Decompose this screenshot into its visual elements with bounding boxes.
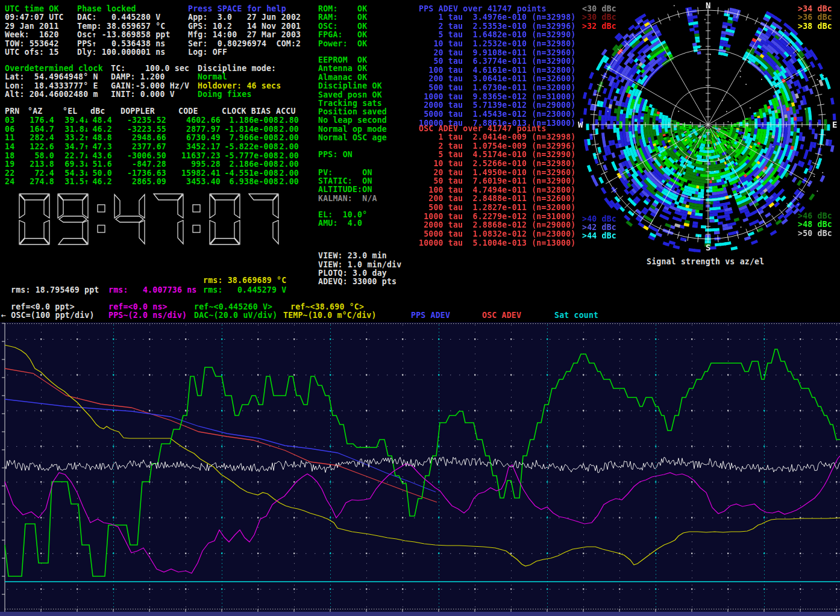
dbc-legend-gt34: >34 dBc — [798, 5, 832, 13]
pps-adev-table-row: 2 tau 2.5353e-010 (n=32996) — [419, 22, 575, 31]
sat-col-header: ACCU — [276, 107, 296, 116]
sat-row-cell: -3006.50 — [113, 152, 166, 160]
app-version: App: 3.0 27 Jun 2002 — [188, 13, 301, 22]
sat-row-cell: 31.8↓ — [55, 125, 89, 134]
dbc-legend-gt46: >46 dBc — [798, 212, 832, 220]
pps-adev-table-row: 2000 tau 5.7139e-012 (n=29000) — [419, 101, 575, 110]
osc-adev-table-title: OSC ADEV over 41747 points — [419, 125, 547, 133]
osc-status: Phase locked — [77, 5, 136, 13]
utc-status: UTC time OK — [5, 5, 59, 13]
power-status: Power: OK — [318, 40, 367, 48]
pps-adev-table-row: 1000 tau 9.8365e-012 (n=31000) — [419, 93, 575, 101]
osc-adev-table-row: 1 tau 2.0414e-009 (n=32998) — [419, 133, 575, 142]
legend-osc-adev: OSC ADEV — [482, 311, 521, 320]
pps-adev-table-row: 5000 tau 1.4543e-012 (n=23000) — [419, 110, 575, 119]
sat-row-cell: 46.2 — [88, 125, 112, 134]
sat-row-cell: 34.7↑ — [55, 143, 89, 151]
rms-osc: rms: 18.795469 ppt — [11, 286, 99, 294]
sat-row-cell: 22 — [5, 169, 20, 178]
gps-version: GPS: 10.2 14 Nov 2001 — [188, 22, 301, 31]
gps-week: Week: 1620 — [5, 31, 59, 39]
ref-osc: ref=<0.0 ppt> — [11, 303, 75, 311]
dbc-legend-gt32: >32 dBc — [582, 22, 616, 31]
sat-row-cell: 24 — [5, 178, 20, 186]
gps-tow: TOW: 553642 — [5, 40, 59, 48]
dbc-legend-lt30: <30 dBc — [582, 5, 616, 13]
pps-adev-table-row: 10 tau 1.2532e-010 (n=32980) — [419, 40, 575, 48]
pps-adev-table-title: PPS ADEV over 41747 points — [419, 5, 547, 13]
amu-mask: AMU: 4.0 — [318, 219, 362, 228]
discipline-status: Discipline OK — [318, 82, 382, 90]
osc-adev-table-row: 2000 tau 2.8868e-012 (n=29000) — [419, 221, 575, 229]
sat-row-cell: 43.6 — [88, 152, 112, 160]
discipline-mode-label: Discipline mode: — [198, 64, 276, 73]
scale-temp: TEMP~(10.0 m°C/div) — [283, 311, 377, 320]
ram-status: RAM: OK — [318, 13, 367, 22]
scale-pps: PPS~(2.0 ns/div) — [108, 311, 187, 320]
dbc-legend-gt42: >42 dBc — [582, 223, 616, 232]
sat-row-cell: -1.814e-008 — [211, 125, 278, 134]
sat-row-cell: 48.4 — [88, 116, 112, 125]
osc-adev-table-row: 200 tau 2.8488e-011 (n=32600) — [419, 194, 575, 203]
sat-row-cell: 2.00 — [274, 125, 299, 134]
dbc-legend-gt44: >44 dBc — [582, 232, 616, 240]
pps-adev-table-row: 500 tau 1.6730e-011 (n=32000) — [419, 84, 575, 92]
pps-adev-table-row: 1 tau 3.4976e-010 (n=32998) — [419, 13, 575, 22]
sat-col-header: PRN — [5, 107, 19, 116]
sat-col-header: °AZ — [28, 107, 42, 116]
osc-adev-table-row: 2 tau 1.0754e-009 (n=32996) — [419, 142, 575, 151]
sat-row-cell: 2.00 — [274, 143, 299, 151]
sat-col-header: dBc — [90, 107, 105, 116]
sat-row-cell: 72.4 — [22, 169, 54, 178]
strip-chart-plot — [0, 322, 840, 616]
osc-adev-table-row: 1000 tau 6.2279e-012 (n=31000) — [419, 213, 575, 221]
holdover: Holdover: 46 secs — [198, 82, 281, 90]
ref-temp: ref~<38.690 °C> — [290, 303, 364, 311]
sat-row-cell: 274.8 — [22, 178, 54, 186]
sat-row-cell: 48.8 — [88, 134, 112, 142]
sat-row-cell: -5.777e-008 — [211, 152, 278, 160]
almanac-status: Almanac OK — [318, 73, 367, 82]
sat-row-cell: 2.00 — [274, 178, 299, 186]
osc-adev-table-row: 10000 tau 5.1004e-013 (n=13000) — [419, 239, 575, 247]
osc-age: Normal OSC age — [318, 134, 387, 142]
sat-row-cell: 2.00 — [274, 152, 299, 160]
dac-value: DAC: 0.445280 V — [77, 13, 160, 22]
sat-row-cell: -4.551e-008 — [211, 169, 278, 178]
adevq: ADEVQ: 33000 pts — [318, 278, 396, 286]
sat-row-cell: 51.6 — [88, 160, 112, 169]
osc-value: Osc↑ -13.869858 ppt — [77, 31, 171, 39]
sat-row-cell: 2948.66 — [113, 134, 166, 142]
ref-pps: ref=<0.0 ns> — [108, 303, 168, 311]
sat-row-cell: 2.80 — [274, 116, 299, 125]
rom-status: ROM: OK — [318, 5, 367, 13]
sat-row-cell: 47.3 — [88, 143, 112, 151]
sat-row-cell: 39.4↓ — [55, 116, 89, 125]
big-digital-clock — [0, 187, 313, 250]
sat-row-cell: -847.28 — [113, 160, 166, 169]
mfg-date: Mfg: 14:00 27 Mar 2003 — [188, 31, 301, 39]
log-status: Log: OFF — [188, 48, 227, 57]
sat-col-header: DOPPLER — [121, 107, 155, 116]
sat-row-cell: 19 — [5, 160, 20, 169]
pv-mode: PV: ON — [318, 169, 372, 177]
dbc-legend-gt40: >40 dBc — [582, 215, 616, 223]
clock-mode: Overdetermined clock — [5, 64, 103, 73]
fpga-status: FPGA: OK — [318, 31, 367, 39]
altitude-mode: ALTITUDE:ON — [318, 185, 372, 194]
latitude: Lat: 54.4964948° N — [5, 73, 98, 81]
sat-row-cell: 213.8 — [22, 160, 54, 169]
damp-value: DAMP: 1.200 — [111, 73, 165, 81]
sat-row-cell: 03 — [5, 116, 20, 125]
ref-dac: ref~<0.445260 V> — [194, 303, 272, 311]
sat-row-cell: 50.0 — [88, 169, 112, 178]
gain-value: GAIN:-5.000 Hz/V — [111, 82, 189, 90]
sat-row-cell: 1.186e-008 — [211, 116, 278, 125]
rms-pps: rms: 4.007736 ns — [108, 286, 197, 294]
sat-row-cell: -3223.55 — [113, 125, 166, 134]
utc-time: 09:47:07 UTC — [5, 13, 64, 22]
osc-adev-table-row: 10 tau 2.5266e-010 (n=32980) — [419, 160, 575, 168]
sat-row-cell: 164.7 — [22, 125, 54, 134]
sat-row-cell: 46.2 — [88, 178, 112, 186]
osc-adev-table-row: 20 tau 1.4950e-010 (n=32960) — [419, 169, 575, 177]
